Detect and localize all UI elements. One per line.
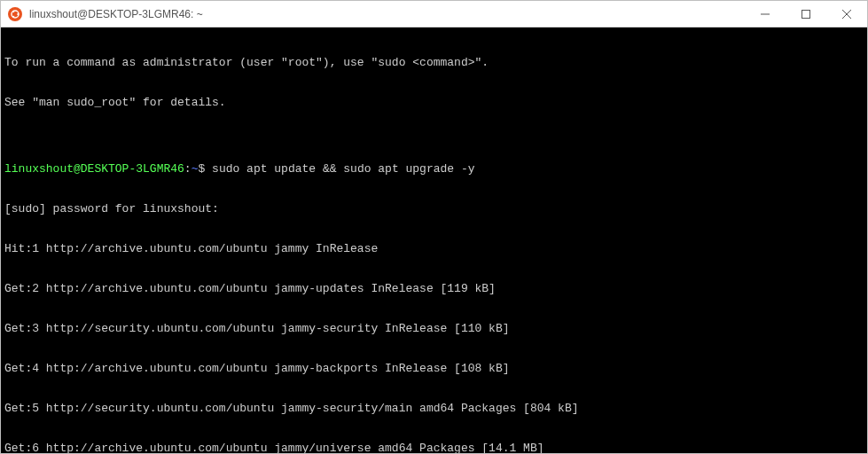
terminal-line: Get:6 http://archive.ubuntu.com/ubuntu j… bbox=[4, 442, 864, 453]
svg-point-2 bbox=[12, 11, 14, 12]
ubuntu-icon bbox=[8, 7, 22, 21]
maximize-button[interactable] bbox=[786, 1, 826, 27]
close-button[interactable] bbox=[826, 1, 867, 27]
window-controls bbox=[745, 1, 867, 27]
prompt-dollar: $ bbox=[198, 162, 212, 176]
terminal-line: [sudo] password for linuxshout: bbox=[4, 202, 864, 215]
command-text: sudo apt update && sudo apt upgrade -y bbox=[212, 162, 474, 176]
svg-point-1 bbox=[17, 12, 19, 14]
terminal-body[interactable]: To run a command as administrator (user … bbox=[1, 27, 867, 453]
prompt-line: linuxshout@DESKTOP-3LGMR46:~$ sudo apt u… bbox=[4, 162, 864, 176]
terminal-line: Get:4 http://archive.ubuntu.com/ubuntu j… bbox=[4, 362, 864, 375]
svg-point-3 bbox=[12, 15, 14, 17]
prompt-sep: : bbox=[184, 162, 192, 176]
terminal-line: Get:3 http://security.ubuntu.com/ubuntu … bbox=[4, 322, 864, 335]
prompt-userhost: linuxshout@DESKTOP-3LGMR46 bbox=[4, 162, 184, 176]
terminal-line: See "man sudo_root" for details. bbox=[4, 96, 864, 109]
terminal-line: To run a command as administrator (user … bbox=[4, 56, 864, 69]
terminal-line: Get:5 http://security.ubuntu.com/ubuntu … bbox=[4, 402, 864, 415]
terminal-window: linuxshout@DESKTOP-3LGMR46: ~ To run a c… bbox=[0, 0, 868, 454]
minimize-button[interactable] bbox=[745, 1, 786, 27]
svg-rect-5 bbox=[802, 10, 810, 18]
terminal-line: Get:2 http://archive.ubuntu.com/ubuntu j… bbox=[4, 282, 864, 295]
titlebar[interactable]: linuxshout@DESKTOP-3LGMR46: ~ bbox=[1, 1, 867, 27]
window-title: linuxshout@DESKTOP-3LGMR46: ~ bbox=[29, 8, 745, 20]
terminal-line: Hit:1 http://archive.ubuntu.com/ubuntu j… bbox=[4, 242, 864, 255]
